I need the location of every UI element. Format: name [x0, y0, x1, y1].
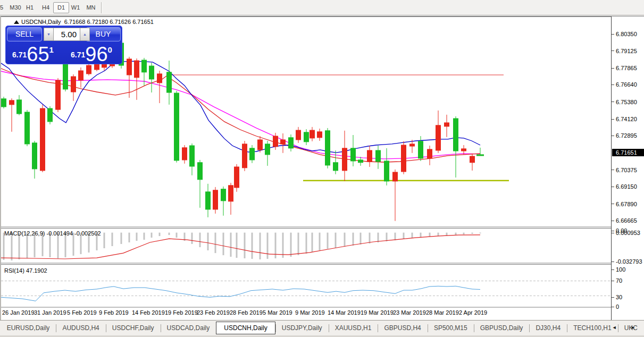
axis-tick	[612, 68, 614, 69]
chart-tab-gbpusd-daily[interactable]: GBPUSD,Daily	[474, 322, 530, 334]
chart-tab-tech100-h1[interactable]: TECH100,H1	[567, 322, 617, 334]
axis-price-label: 6.74120	[616, 116, 637, 122]
candle-body	[358, 160, 363, 163]
chart-window: USDCNH,Daily 6.71668 6.72180 6.71626 6.7…	[0, 16, 644, 320]
timeframe-button-d1[interactable]: D1	[53, 2, 69, 13]
candle-body	[167, 72, 172, 92]
date-axis-label: 23 Feb 2019	[197, 309, 230, 316]
candle-body	[48, 108, 53, 122]
candle-body	[190, 146, 195, 166]
axis-price-label: 6.76640	[616, 81, 637, 88]
candle-body	[273, 136, 278, 147]
candle-body	[304, 132, 309, 142]
axis-tick	[612, 297, 614, 298]
candle-body	[445, 123, 449, 127]
buy-button[interactable]: BUY	[86, 27, 121, 41]
candle-body	[32, 143, 37, 169]
chart-tab-sp500-m15[interactable]: SP500,M15	[428, 322, 474, 334]
candle-body	[367, 150, 372, 162]
date-axis-label: 31 Jan 2019	[34, 309, 66, 316]
chart-tab-xauusd-h1[interactable]: XAUUSD,H1	[329, 322, 378, 334]
candle-body	[40, 108, 45, 171]
candle-body	[17, 100, 22, 114]
candle-body	[213, 190, 218, 209]
candle-body	[333, 163, 338, 171]
candle-body	[470, 156, 475, 163]
date-axis-label: 14 Feb 2019	[132, 309, 165, 316]
date-axis-label: 28 Feb 2019	[230, 309, 263, 316]
axis-tick	[612, 34, 614, 35]
chart-tab-usdjpy-daily[interactable]: USDJPY,Daily	[275, 322, 329, 334]
candle-body	[402, 145, 406, 172]
toolbar-separator	[101, 2, 102, 13]
axis-price-label: 6.72895	[616, 132, 637, 139]
candle-body	[142, 60, 147, 72]
sell-price-pips: 65	[27, 43, 49, 65]
date-axis-label: 19 Mar 2019	[361, 309, 394, 316]
candle-body	[56, 80, 61, 109]
timeframe-button-w1[interactable]: W1	[68, 2, 83, 13]
macd-indicator-label: MACD(12,26,9) -0.001494 -0.002502	[4, 230, 101, 237]
expand-triangle-icon[interactable]	[14, 20, 19, 24]
candle-body	[198, 163, 203, 180]
timeframe-button-5[interactable]: 5	[0, 2, 6, 13]
axis-tick	[612, 102, 614, 102]
timeframe-toolbar: 5M30H1H4D1W1MN	[0, 0, 644, 15]
axis-tick	[612, 233, 614, 233]
date-axis-label: 2 Apr 2019	[459, 309, 487, 316]
one-click-trading-panel: SELL BUY ▼ 5.00 ▲ 6.71651 6.71960	[5, 26, 122, 64]
candle-body	[281, 140, 286, 144]
volume-decrease-button[interactable]: ▼	[44, 28, 54, 41]
timeframe-button-h1[interactable]: H1	[22, 2, 37, 13]
chart-tab-eurusd-daily[interactable]: EURUSD,Daily	[1, 322, 56, 334]
chart-tab-audusd-h4[interactable]: AUDUSD,H4	[56, 322, 105, 334]
sell-button[interactable]: SELL	[7, 27, 42, 41]
candle-body	[235, 167, 239, 188]
timeframe-button-mn[interactable]: MN	[83, 2, 99, 13]
candle-body	[384, 161, 389, 181]
volume-input[interactable]: 5.00	[54, 28, 80, 41]
axis-tick	[612, 307, 614, 307]
buy-price-pips: 96	[85, 43, 107, 65]
candle-body	[428, 149, 432, 158]
chart-symbol-period: USDCNH,Daily	[21, 19, 61, 25]
axis-tick	[612, 262, 614, 262]
candle-body	[71, 77, 76, 92]
buy-price-base: 6.71	[71, 50, 85, 59]
candle-body	[2, 99, 6, 107]
chart-tab-gbpusd-h4[interactable]: GBPUSD,H4	[378, 322, 427, 334]
candle-body	[221, 189, 226, 201]
candle-body	[419, 141, 423, 158]
chart-tab-usdcad-daily[interactable]: USDCAD,Daily	[161, 322, 216, 334]
buy-price-quote[interactable]: 6.71960	[71, 43, 112, 64]
axis-price-label: 6.69150	[616, 183, 637, 190]
axis-tick	[612, 269, 614, 270]
date-axis-label: 5 Mar 2019	[263, 309, 292, 316]
candle-body	[79, 71, 83, 80]
price-axis[interactable]: 6.803506.791256.778656.766406.753806.741…	[611, 16, 644, 321]
timeframe-button-h4[interactable]: H4	[38, 2, 53, 13]
candle-body	[242, 144, 247, 168]
candle-body	[462, 149, 466, 151]
axis-tick	[612, 170, 614, 170]
chart-tab-usdchf-daily[interactable]: USDCHF,Daily	[106, 322, 161, 334]
candle-body	[127, 59, 132, 75]
candle-body	[135, 61, 139, 78]
axis-tick	[612, 50, 614, 51]
candle-body	[376, 150, 381, 162]
chart-tab-usdcnh-daily[interactable]: USDCNH,Daily	[216, 322, 275, 334]
date-axis-label: 23 Mar 2019	[393, 309, 426, 316]
sell-price-quote[interactable]: 6.71651	[12, 43, 54, 64]
candle-body	[182, 148, 187, 160]
date-axis-label: 26 Jan 2019	[2, 309, 35, 316]
macd-axis-max: 0.000953	[616, 230, 640, 236]
timeframe-button-m30[interactable]: M30	[6, 2, 24, 13]
tab-scroll-arrows[interactable]: ◄ ►	[612, 325, 642, 330]
chart-tab-bar: EURUSD,DailyAUDUSD,H4USDCHF,DailyUSDCAD,…	[0, 320, 644, 335]
current-price-label: 6.71651	[612, 149, 644, 156]
date-axis-label: 14 Mar 2019	[328, 309, 361, 316]
chart-tab-dj30-h4[interactable]: DJ30,H4	[529, 322, 567, 334]
volume-increase-button[interactable]: ▲	[80, 28, 90, 41]
axis-tick	[612, 119, 614, 120]
chart-ohlc-values: 6.71668 6.72180 6.71626 6.71651	[64, 19, 154, 25]
